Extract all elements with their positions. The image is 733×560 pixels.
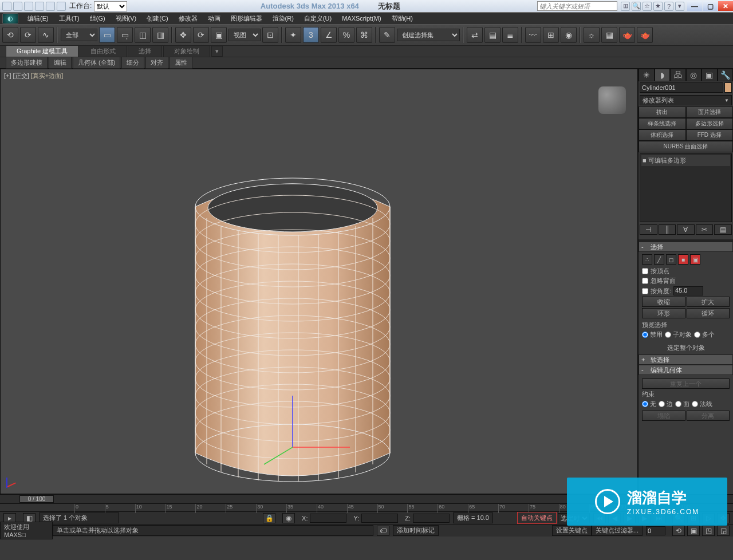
modify-tab-icon[interactable]: ◗ [655, 69, 671, 81]
menu-tools[interactable]: 工具(T) [54, 13, 84, 24]
stack-pin-icon[interactable]: ⊣ [640, 224, 657, 235]
save-icon[interactable] [24, 2, 33, 11]
viewport[interactable]: [+] [正交] [真实+边面] [0, 69, 638, 494]
vp-nav1-icon[interactable]: ◳ [702, 526, 715, 536]
select-region-icon[interactable]: ◫ [135, 27, 151, 43]
orbit-icon[interactable]: ⟲ [672, 526, 685, 536]
select-object-icon[interactable]: ▭ [99, 27, 115, 43]
ribbon-panel-geometry[interactable]: 几何体 (全部) [73, 57, 120, 69]
mod-btn-splinesel[interactable]: 样条线选择 [639, 118, 686, 129]
ref-coord-select[interactable]: 视图 [228, 29, 261, 41]
menu-animation[interactable]: 动画 [203, 13, 225, 24]
coord-y-input[interactable] [361, 514, 398, 523]
render-prod-icon[interactable]: 🫖 [619, 27, 635, 43]
menu-customize[interactable]: 自定义(U) [299, 13, 336, 24]
use-center-icon[interactable]: ⊡ [262, 27, 278, 43]
viewcube-icon[interactable] [598, 86, 626, 114]
select-name-icon[interactable]: ▭̣ [117, 27, 133, 43]
menu-group[interactable]: 组(G) [85, 13, 110, 24]
menu-edit[interactable]: 编辑(E) [23, 13, 53, 24]
named-selection-set[interactable]: 创建选择集 [397, 29, 460, 41]
snap-toggle-icon[interactable]: 3 [303, 27, 319, 43]
material-editor-icon[interactable]: ◉ [561, 27, 577, 43]
angle-spinner[interactable]: 45.0 [673, 286, 703, 295]
autokey-button[interactable]: 自动关键点 [517, 512, 557, 524]
spinner-snap-icon[interactable]: ⌘ [356, 27, 372, 43]
menu-grapheditors[interactable]: 图形编辑器 [226, 13, 267, 24]
ribbon-panel-edit[interactable]: 编辑 [49, 57, 72, 69]
stack-unique-icon[interactable]: ∀ [677, 224, 695, 235]
mod-btn-extrude[interactable]: 挤出 [639, 107, 686, 118]
motion-tab-icon[interactable]: ◎ [686, 69, 702, 81]
create-tab-icon[interactable]: ✳ [639, 69, 655, 81]
ribbon-tab-selection[interactable]: 选择 [128, 45, 162, 57]
setkey-button[interactable]: 设置关键点 [552, 525, 592, 536]
minimize-button[interactable]: ― [687, 1, 702, 11]
so-element-icon[interactable]: ▣ [690, 254, 700, 265]
percent-snap-icon[interactable]: % [338, 27, 354, 43]
chk-byangle[interactable] [642, 288, 648, 294]
ribbon-panel-polymodel[interactable]: 多边形建模 [6, 57, 48, 69]
ribbon-tab-paint[interactable]: 对象绘制 [163, 45, 210, 57]
align-icon[interactable]: ▤ [484, 27, 501, 43]
stack-item-editpoly[interactable]: ■ 可编辑多边形 [641, 155, 730, 166]
ribbon-panel-props[interactable]: 属性 [170, 57, 192, 69]
render-setup-icon[interactable]: ☼ [584, 27, 600, 43]
render-iter-icon[interactable]: 🫖 [637, 27, 653, 43]
current-frame-input[interactable] [646, 526, 665, 535]
app-icon[interactable]: ⊞ [621, 2, 630, 11]
frame-slider[interactable]: 0 / 100 [19, 495, 54, 503]
undo-icon[interactable] [35, 2, 44, 11]
app-logo-icon[interactable]: ◐ [2, 13, 18, 24]
rad-normal[interactable] [692, 401, 698, 407]
rfw-icon[interactable]: ▦ [601, 27, 617, 43]
rollout-softsel-header[interactable]: +软选择 [639, 354, 733, 365]
redo-bind-icon[interactable]: ⟳ [20, 27, 36, 43]
so-edge-icon[interactable]: ╱ [654, 254, 664, 265]
layers-icon[interactable]: ≣ [502, 27, 518, 43]
btn-ring[interactable]: 环形 [642, 308, 685, 318]
chk-byvertex[interactable] [642, 268, 648, 274]
menu-rendering[interactable]: 渲染(R) [268, 13, 298, 24]
iso-icon[interactable]: ◉ [282, 513, 295, 523]
mod-btn-nurbssel[interactable]: NURBS 曲面选择 [639, 141, 733, 152]
ribbon-panel-subdiv[interactable]: 细分 [121, 57, 144, 69]
redo-icon[interactable] [46, 2, 55, 11]
ribbon-panel-align[interactable]: 对齐 [145, 57, 168, 69]
stack-remove-icon[interactable]: ✂ [696, 224, 714, 235]
open-icon[interactable] [13, 2, 22, 11]
mod-btn-ffdsel[interactable]: FFD 选择 [686, 129, 734, 141]
mod-btn-volsel[interactable]: 体积选择 [639, 129, 686, 141]
chk-ignoreback[interactable] [642, 278, 648, 284]
rollout-selection-header[interactable]: -选择 [639, 242, 733, 252]
utilities-tab-icon[interactable]: 🔧 [718, 69, 734, 81]
rad-edge[interactable] [659, 401, 665, 407]
maximize-vp-icon[interactable]: ▣ [687, 526, 700, 536]
object-name-input[interactable] [640, 82, 723, 93]
btn-loop[interactable]: 循环 [687, 308, 730, 318]
coord-x-input[interactable] [310, 514, 346, 523]
btn-repeat-last[interactable]: 重复上一个 [642, 378, 730, 389]
rad-multi[interactable] [694, 332, 700, 338]
scale-icon[interactable]: ▣ [211, 27, 227, 43]
new-icon[interactable] [2, 2, 11, 11]
menu-modifiers[interactable]: 修改器 [174, 13, 202, 24]
ribbon-tab-graphite[interactable]: Graphite 建模工具 [6, 45, 78, 57]
manipulate-icon[interactable]: ✦ [285, 27, 301, 43]
rad-disable[interactable] [642, 332, 648, 338]
star-icon[interactable]: ☆ [643, 2, 652, 11]
tag-icon[interactable]: 🏷 [377, 526, 389, 536]
move-icon[interactable]: ✥ [175, 27, 191, 43]
lock-icon[interactable]: 🔒 [263, 513, 275, 523]
undo-bind-icon[interactable]: ⟲ [2, 27, 18, 43]
modifier-list-select[interactable]: 修改器列表 [640, 95, 732, 105]
hierarchy-tab-icon[interactable]: 品 [670, 69, 686, 81]
rad-subobj[interactable] [665, 332, 671, 338]
menu-help[interactable]: 帮助(H) [387, 13, 417, 24]
viewport-label[interactable]: [+] [正交] [真实+边面] [4, 72, 63, 80]
ribbon-expand-icon[interactable]: ▾ [211, 46, 223, 57]
btn-grow[interactable]: 扩大 [687, 297, 730, 307]
rotate-icon[interactable]: ⟳ [193, 27, 209, 43]
rad-none[interactable] [642, 401, 648, 407]
btn-collapse[interactable]: 塌陷 [642, 411, 685, 421]
